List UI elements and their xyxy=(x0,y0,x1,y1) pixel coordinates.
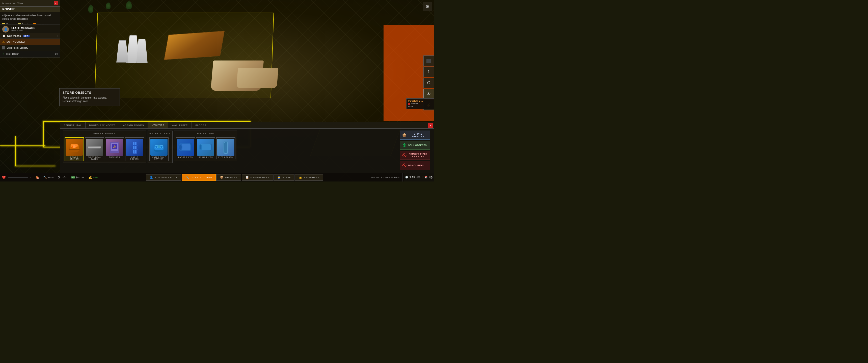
nav-prisoners[interactable]: 🔒 PRISONERS xyxy=(295,174,323,181)
stat-health: ❤️ 0 xyxy=(0,176,33,179)
item-large-pipes[interactable]: LARGE PIPES xyxy=(176,137,195,159)
tab-wallpaper[interactable]: WALLPAPER xyxy=(168,122,192,128)
objects-icon: 📦 xyxy=(220,176,224,179)
remove-pipes-button[interactable]: 🚫 REMOVE PIPES & CABLES xyxy=(400,151,430,160)
info-panel-header-label: Information View xyxy=(2,2,23,4)
clock-day: 46 xyxy=(429,175,433,179)
layers-button[interactable]: ⬛ xyxy=(424,56,434,66)
info-panel-title: POWER xyxy=(0,6,60,12)
blocked-label: Blocked xyxy=(411,103,418,105)
water-supply-title: WATER SUPPLY xyxy=(149,132,171,136)
svg-text:⚠: ⚠ xyxy=(113,145,116,149)
contracts-header: 📋 Contracts NEW › xyxy=(0,33,60,39)
contracts-title: 📋 Contracts NEW xyxy=(2,35,30,37)
demolition-button[interactable]: 🚫 DEMOLITION xyxy=(400,161,430,170)
info-panel-close-button[interactable]: × xyxy=(54,1,58,5)
security-measures-area: SECURITY MEASURES xyxy=(368,173,402,182)
stats-bar: ❤️ 0 🍖 🔨 14/24 ⚒ 10/10 💵 $97,769 💰 +$657 xyxy=(0,176,101,179)
nav-management[interactable]: 📋 MANAGEMENT xyxy=(242,174,273,181)
nav-administration[interactable]: 👤 ADMINISTRATION xyxy=(146,174,181,181)
svg-rect-17 xyxy=(132,149,138,150)
boundary-line-left xyxy=(43,121,44,147)
svg-point-33 xyxy=(200,145,202,149)
warning-icon: ⚠ xyxy=(2,40,5,44)
contracts-expand[interactable]: › xyxy=(57,34,58,37)
sell-objects-button[interactable]: 💲 SELL OBJECTS xyxy=(400,141,430,150)
svg-rect-24 xyxy=(158,145,160,148)
stat-other: ⚒ 10/10 xyxy=(56,176,69,179)
store-objects-button[interactable]: 📦 STORE OBJECTS xyxy=(400,131,430,140)
fuse-box-label: FUSE BOX xyxy=(109,156,120,158)
demo-icon: 🚫 xyxy=(402,163,407,167)
item-cable-column[interactable]: CABLE COLUMN xyxy=(125,137,144,161)
svg-rect-5 xyxy=(69,149,80,150)
tree-4 xyxy=(126,1,132,9)
item-fuse-box[interactable]: ⚠ FUSE BOX xyxy=(105,137,124,161)
power-supply-section: POWER SUPPLY xyxy=(63,131,146,163)
sell-icon: 💲 xyxy=(402,143,407,147)
contract-item-completed[interactable]: ✓ Hire: Janitor 2/2 xyxy=(0,51,60,57)
electrical-cable-label: ELECTRICAL CABLE xyxy=(86,156,103,160)
water-line-title: WATER LINE xyxy=(176,132,236,136)
stat-money: 💵 $97,769 xyxy=(69,176,86,179)
eye-button[interactable]: 👁 xyxy=(424,89,434,99)
staff-icon-nav: 👮 xyxy=(277,176,281,179)
clock-icon2: 📅 xyxy=(425,176,428,178)
pipe-column-img xyxy=(217,139,235,156)
staff-message-subtitle: Press to view... xyxy=(11,30,35,32)
power-supply-title: POWER SUPPLY xyxy=(65,132,144,136)
money-icon: 💵 xyxy=(71,176,75,179)
power-status-panel: POWER S... Blocked Store xyxy=(406,98,434,109)
tab-utilities[interactable]: UTILITIES xyxy=(148,122,168,128)
item-water-pump[interactable]: WATER PUMP STATION xyxy=(149,137,168,161)
panel-content: POWER SUPPLY xyxy=(60,129,434,172)
item-power-station[interactable]: POWER STATION xyxy=(65,137,84,161)
item-small-pipes[interactable]: SMALL PIPES xyxy=(196,137,215,159)
power-line-2 xyxy=(0,145,45,146)
clock-separator: | xyxy=(422,176,423,178)
nav-construction[interactable]: 🔧 CONSTRUCTION xyxy=(182,174,216,181)
panel-tabs: STRUCTURAL DOORS & WINDOWS ASSIGN ROOMS … xyxy=(60,122,434,129)
staff-message-title: STAFF MESSAGE xyxy=(11,27,35,30)
stat-workers: 🔨 14/24 xyxy=(41,176,56,179)
store-icon: 📦 xyxy=(402,133,407,137)
nav-objects[interactable]: 📦 OBJECTS xyxy=(216,174,241,181)
power-line-v xyxy=(15,136,16,166)
svg-point-22 xyxy=(155,146,157,148)
power-line-h xyxy=(15,166,56,166)
contract-item-normal[interactable]: Build Room: Laundry xyxy=(0,45,60,51)
tab-doors-windows[interactable]: DOORS & WINDOWS xyxy=(86,122,120,128)
panel-close-button[interactable]: × xyxy=(428,123,433,128)
water-line-items: LARGE PIPES SMALL PIPES xyxy=(176,137,236,159)
blocked-dot xyxy=(408,103,410,105)
tab-floors[interactable]: FLOORS xyxy=(192,122,210,128)
power-supply-items: POWER STATION ELECTRICAL CABLE xyxy=(65,137,144,161)
staff-icon: 👤 xyxy=(2,26,9,33)
security-measures-label: SECURITY MEASURES xyxy=(371,176,400,179)
svg-rect-16 xyxy=(132,145,138,146)
electrical-cable-img xyxy=(86,139,103,156)
tree-2 xyxy=(106,2,111,9)
number-button[interactable]: 1 xyxy=(424,67,434,77)
item-pipe-column[interactable]: PIPE COLUMN xyxy=(216,137,236,159)
item-electrical-cable[interactable]: ELECTRICAL CABLE xyxy=(85,137,104,161)
water-supply-items: WATER PUMP STATION xyxy=(149,137,171,161)
contract-item-urgent[interactable]: ⚠ DO IT YOURSELF xyxy=(0,39,60,45)
stat-income: 💰 +$657 xyxy=(86,176,101,179)
other-icon: ⚒ xyxy=(58,176,61,179)
income-icon: 💰 xyxy=(88,176,92,179)
settings-button[interactable]: ⚙ xyxy=(423,2,432,11)
clock-icon: 🕐 xyxy=(405,176,408,178)
power-store-row: Store xyxy=(408,105,432,108)
store-label: Store xyxy=(408,105,413,108)
power-station-img xyxy=(66,139,83,156)
store-objects-tooltip: STORE OBJECTS Place objects in the regio… xyxy=(59,88,120,106)
g-button[interactable]: G xyxy=(424,78,434,88)
small-pipes-label: SMALL PIPES xyxy=(198,156,213,158)
tab-structural[interactable]: STRUCTURAL xyxy=(60,122,86,128)
nav-staff[interactable]: 👮 STAFF xyxy=(274,174,294,181)
power-status-title: POWER S... xyxy=(408,100,432,102)
tab-assign-rooms[interactable]: ASSIGN ROOMS xyxy=(120,122,148,128)
remove-icon: 🚫 xyxy=(402,153,407,157)
staff-message-text: STAFF MESSAGE Press to view... xyxy=(11,27,35,32)
